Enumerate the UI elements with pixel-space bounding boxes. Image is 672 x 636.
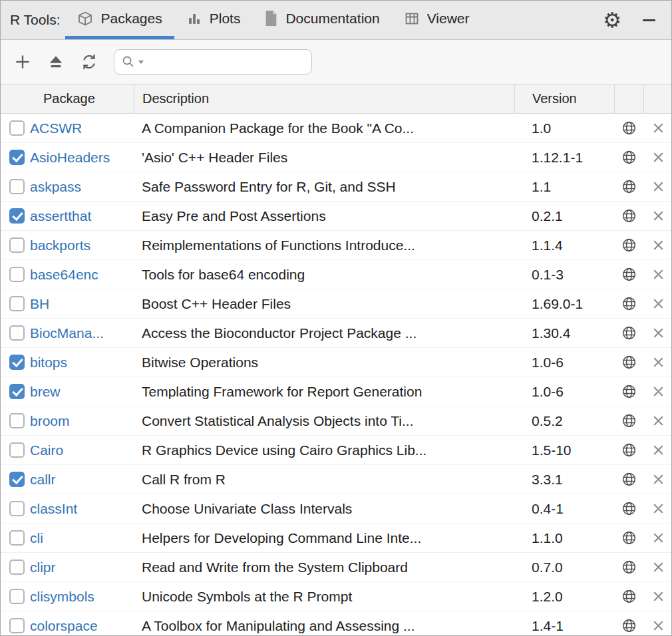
close-icon[interactable] bbox=[652, 473, 665, 486]
package-version: 1.4-1 bbox=[514, 611, 614, 635]
package-name-link[interactable]: ACSWR bbox=[30, 120, 82, 136]
package-name-link[interactable]: AsioHeaders bbox=[30, 150, 110, 166]
package-checkbox[interactable] bbox=[9, 208, 25, 224]
refresh-button[interactable] bbox=[75, 48, 103, 76]
globe-icon[interactable] bbox=[621, 237, 637, 253]
package-version: 0.1-3 bbox=[514, 260, 614, 289]
package-checkbox[interactable] bbox=[9, 355, 25, 370]
globe-icon[interactable] bbox=[621, 149, 637, 166]
package-name-link[interactable]: colorspace bbox=[30, 618, 98, 634]
package-name-link[interactable]: askpass bbox=[30, 179, 81, 195]
close-icon[interactable] bbox=[652, 532, 665, 544]
package-checkbox[interactable] bbox=[9, 530, 25, 546]
globe-icon[interactable] bbox=[621, 442, 637, 458]
column-header-version[interactable]: Version bbox=[514, 84, 614, 113]
package-name-link[interactable]: clipr bbox=[30, 559, 56, 575]
close-icon[interactable] bbox=[652, 210, 665, 222]
table-icon bbox=[404, 11, 420, 27]
gear-icon[interactable]: ⚙ bbox=[603, 10, 621, 31]
close-icon[interactable] bbox=[652, 502, 665, 515]
package-checkbox[interactable] bbox=[9, 179, 25, 194]
upgrade-all-button[interactable] bbox=[42, 48, 70, 76]
packages-table-body: ACSWR A Companion Package for the Book "… bbox=[1, 114, 671, 635]
close-icon[interactable] bbox=[652, 268, 665, 281]
close-icon[interactable] bbox=[652, 122, 665, 134]
globe-icon[interactable] bbox=[621, 295, 637, 312]
package-description: Read and Write from the System Clipboard bbox=[134, 553, 514, 581]
tab-viewer[interactable]: Viewer bbox=[392, 1, 482, 39]
close-icon[interactable] bbox=[652, 297, 665, 310]
globe-icon[interactable] bbox=[621, 530, 637, 546]
close-icon[interactable] bbox=[652, 590, 665, 603]
column-header-package[interactable]: Package bbox=[29, 84, 134, 113]
package-description: Convert Statistical Analysis Objects int… bbox=[134, 406, 514, 435]
package-checkbox[interactable] bbox=[9, 267, 25, 282]
close-icon[interactable] bbox=[652, 327, 665, 339]
package-checkbox[interactable] bbox=[9, 296, 25, 311]
close-icon[interactable] bbox=[652, 151, 665, 164]
install-package-button[interactable] bbox=[9, 48, 37, 76]
package-name-link[interactable]: bitops bbox=[30, 355, 67, 371]
package-row: base64enc Tools for base64 encoding 0.1-… bbox=[1, 260, 671, 289]
close-icon[interactable] bbox=[652, 239, 665, 251]
package-version: 0.7.0 bbox=[514, 553, 614, 581]
globe-icon[interactable] bbox=[621, 383, 637, 400]
globe-icon[interactable] bbox=[621, 325, 637, 341]
close-icon[interactable] bbox=[652, 561, 665, 573]
package-checkbox[interactable] bbox=[9, 238, 25, 253]
package-name-link[interactable]: Cairo bbox=[30, 442, 63, 458]
package-name-link[interactable]: clisymbols bbox=[30, 589, 94, 605]
close-icon[interactable] bbox=[652, 356, 665, 369]
package-description: Templating Framework for Report Generati… bbox=[134, 377, 514, 406]
package-name-link[interactable]: classInt bbox=[30, 501, 77, 517]
package-name-link[interactable]: BH bbox=[30, 296, 49, 312]
package-checkbox[interactable] bbox=[9, 150, 25, 165]
package-name-link[interactable]: base64enc bbox=[30, 267, 98, 283]
globe-icon[interactable] bbox=[621, 178, 637, 195]
packages-toolbar bbox=[1, 40, 671, 84]
close-icon[interactable] bbox=[652, 385, 665, 398]
search-icon bbox=[121, 55, 136, 69]
globe-icon[interactable] bbox=[621, 412, 637, 429]
package-checkbox[interactable] bbox=[9, 442, 25, 458]
package-checkbox[interactable] bbox=[9, 413, 25, 428]
globe-icon[interactable] bbox=[621, 471, 637, 488]
close-icon[interactable] bbox=[652, 180, 665, 193]
package-description: Easy Pre and Post Assertions bbox=[134, 202, 514, 230]
package-checkbox[interactable] bbox=[9, 120, 25, 136]
globe-icon[interactable] bbox=[621, 208, 637, 224]
close-icon[interactable] bbox=[652, 619, 665, 632]
package-name-link[interactable]: callr bbox=[30, 472, 56, 488]
package-name-link[interactable]: broom bbox=[30, 413, 70, 429]
package-checkbox[interactable] bbox=[9, 384, 25, 399]
globe-icon[interactable] bbox=[621, 500, 637, 517]
package-checkbox[interactable] bbox=[9, 325, 25, 341]
close-icon[interactable] bbox=[652, 444, 665, 456]
package-checkbox[interactable] bbox=[9, 501, 25, 516]
package-name-link[interactable]: assertthat bbox=[30, 208, 91, 224]
globe-icon[interactable] bbox=[621, 120, 637, 136]
globe-icon[interactable] bbox=[621, 559, 637, 575]
tab-plots[interactable]: Plots bbox=[174, 1, 253, 39]
package-checkbox[interactable] bbox=[9, 618, 25, 633]
package-checkbox[interactable] bbox=[9, 589, 25, 604]
package-name-link[interactable]: cli bbox=[30, 530, 43, 546]
globe-icon[interactable] bbox=[621, 266, 637, 283]
minimize-icon[interactable] bbox=[643, 19, 655, 21]
package-checkbox[interactable] bbox=[9, 472, 25, 487]
column-header-description[interactable]: Description bbox=[134, 84, 514, 113]
package-description: Safe Password Entry for R, Git, and SSH bbox=[134, 172, 514, 201]
search-input[interactable] bbox=[146, 54, 305, 70]
globe-icon[interactable] bbox=[621, 617, 637, 634]
search-field[interactable] bbox=[114, 49, 312, 75]
close-icon[interactable] bbox=[652, 414, 665, 427]
package-name-link[interactable]: brew bbox=[30, 384, 61, 400]
package-name-link[interactable]: BiocMana... bbox=[30, 325, 104, 341]
tab-documentation[interactable]: Documentation bbox=[252, 1, 391, 39]
tab-packages[interactable]: Packages bbox=[65, 1, 174, 39]
package-description: A Toolbox for Manipulating and Assessing… bbox=[134, 611, 514, 635]
package-checkbox[interactable] bbox=[9, 559, 25, 575]
package-name-link[interactable]: backports bbox=[30, 238, 90, 253]
globe-icon[interactable] bbox=[621, 354, 637, 371]
globe-icon[interactable] bbox=[621, 588, 637, 605]
